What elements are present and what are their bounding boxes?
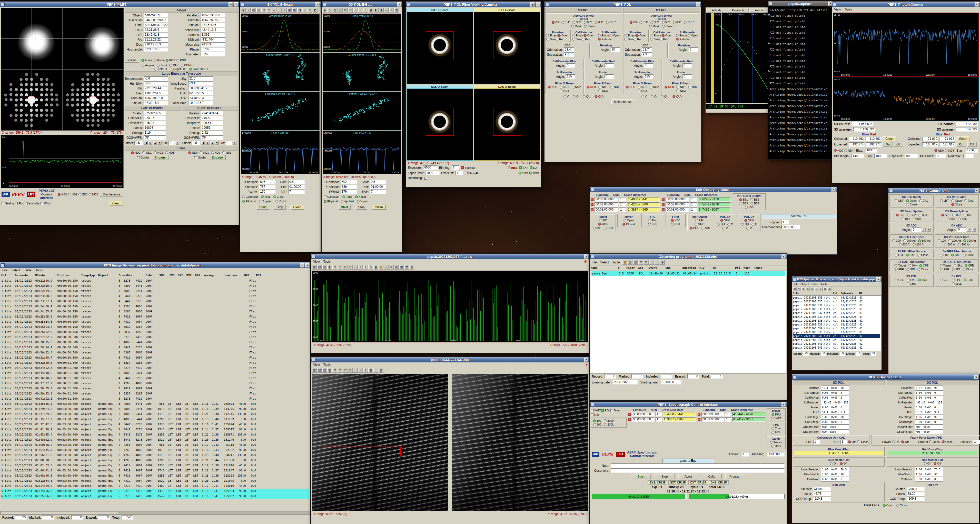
stokes-option[interactable]: V <box>641 95 647 98</box>
wheel-option[interactable]: Blue <box>650 38 659 41</box>
nd-filter-option[interactable]: ND1 <box>200 151 209 154</box>
toolbar-icon[interactable]: ⊞ <box>343 8 348 13</box>
fpe-option[interactable]: Thar <box>772 427 781 430</box>
cal-option[interactable]: Off <box>848 440 855 443</box>
control-option[interactable]: LBT <box>895 253 903 256</box>
pol-option[interactable]: V <box>722 226 728 229</box>
field-value[interactable]: 21.6 <box>188 76 213 81</box>
field-value[interactable]: 9.1 <box>564 52 574 57</box>
window-menu-icon[interactable] <box>322 3 326 6</box>
titlebar[interactable]: Observing programme 20231128.obs✕ <box>590 254 787 259</box>
table-row[interactable]: 3 fits 03/12/2023 01:50:08.2 00:03:00.00… <box>1 443 309 448</box>
field-value[interactable]: -131.464 <box>200 37 225 42</box>
toolbar-icon[interactable]: ⊟ <box>337 265 342 269</box>
include-checkbox[interactable] <box>662 208 665 211</box>
observers-value[interactable] <box>611 468 784 473</box>
table-row[interactable]: 4 fits 03/12/2023 02:12:54.1 00:03:00.00… <box>1 478 309 484</box>
toolbar-icon[interactable]: ⬒ <box>404 265 409 269</box>
master-flat-option[interactable]: Off <box>934 462 941 465</box>
field-value[interactable]: 19951 <box>201 126 223 130</box>
bin-value[interactable]: 2 <box>169 141 175 145</box>
menu-item[interactable]: Table <box>612 261 620 264</box>
titlebar[interactable]: PEPSI Control Unit✕ <box>888 188 980 193</box>
wheel-option[interactable]: Blue <box>546 38 555 41</box>
control-option[interactable]: 200 Ag <box>903 239 916 242</box>
table-row[interactable]: 1 fits 03/12/2023 00:30:32.4 00:00:00.50… <box>1 350 309 355</box>
field-value[interactable]: 98.283 <box>200 42 225 47</box>
crossdisp-select[interactable]: 5: 6278 - 7419 <box>698 197 731 202</box>
aperture-option[interactable]: 1.4″ <box>640 21 648 24</box>
toolbar-icon[interactable]: ◩ <box>313 8 318 13</box>
table-row[interactable]: pepsib.20231203.038.fits col 03/12/2023 … <box>793 319 880 323</box>
control-option[interactable]: B52 <box>907 213 916 217</box>
telemetry-checkbox[interactable]: Humidity <box>25 202 40 205</box>
control-option[interactable]: 200 Al <box>913 243 924 246</box>
control-option[interactable]: CFE <box>940 278 949 281</box>
toolbar-icon[interactable]: ◫ <box>338 8 343 13</box>
nd-filter-option[interactable]: ND2 <box>572 85 581 89</box>
exposure-value[interactable]: 4000 <box>423 166 438 170</box>
toolbar-icon[interactable]: ▣ <box>368 368 373 373</box>
telemetry-checkbox[interactable]: Seeing <box>2 202 14 205</box>
control-option[interactable]: 100 <box>938 239 946 242</box>
plot-mode-option[interactable]: Applied <box>259 200 272 203</box>
beam-splitter-option[interactable]: B54 <box>751 202 759 205</box>
plot-tab[interactable]: Parallactic <box>728 8 749 13</box>
table-row[interactable]: pepsib.20231203.036.fits col 03/12/2023 … <box>793 303 880 307</box>
guider-offset-plot[interactable]: Guider offset -0.8″/-0.1 <box>241 53 320 91</box>
toolbar-icon[interactable]: ▦ <box>312 265 317 269</box>
toolbar-icon[interactable]: ⊖ <box>810 287 814 291</box>
exposure-value[interactable]: 00:03:00.000 <box>665 207 689 212</box>
nd-filter-option[interactable]: ND2 <box>611 85 620 89</box>
control-option[interactable]: Sky <box>908 264 916 267</box>
toolbar-icon[interactable]: ⊞ <box>261 8 266 13</box>
toolbar-icon[interactable]: ▤ <box>317 265 322 269</box>
toolbar-icon[interactable]: ∿ <box>328 8 332 13</box>
control-option[interactable]: B55 <box>958 217 967 220</box>
field-value[interactable]: 02:30:12.6 <box>144 47 168 51</box>
arrow-down-icon[interactable]: ▼ <box>972 228 976 232</box>
arrow-right-icon[interactable]: ▶ <box>148 141 152 145</box>
horizontal-scrollbar[interactable] <box>0 511 310 514</box>
lapsetime-value[interactable]: 1000 <box>425 171 440 175</box>
field-value[interactable]: 787 <box>259 185 275 189</box>
include-checkbox[interactable] <box>628 413 631 416</box>
instrument-option[interactable]: SDI <box>702 226 710 229</box>
exposure-value[interactable]: 00:03:00.000 <box>665 197 689 202</box>
field-value[interactable]: 0 <box>566 63 575 68</box>
table-row[interactable]: 1 fits 03/12/2023 01:43:55.4 00:03:00.00… <box>1 432 309 437</box>
crossprofile-plot[interactable]: CrossProfile in XY 600004000020000 <box>323 14 401 52</box>
beam-splitter-option[interactable]: B51 <box>739 198 748 201</box>
table-row[interactable]: pepsib.20231203.040.fits col 03/12/2023 … <box>793 334 880 338</box>
pol-option[interactable]: QU <box>717 223 725 226</box>
pol-option[interactable]: QU <box>741 223 749 226</box>
fiber-quadrant-dxt[interactable] <box>474 12 540 84</box>
field-value[interactable]: 602 <box>340 180 357 184</box>
plot-mode-option[interactable]: Y plot <box>275 200 286 203</box>
stokes-option[interactable]: V <box>563 95 569 98</box>
guider-quadrant-4[interactable] <box>62 70 124 131</box>
control-option[interactable]: FPE <box>940 268 949 271</box>
wheel-option[interactable]: Empty <box>598 34 609 37</box>
showall-checkbox[interactable]: ShowAll <box>465 172 479 175</box>
toolbar-icon[interactable]: ⊟ <box>348 8 353 13</box>
aperture-option[interactable]: 13.1″ <box>684 21 694 24</box>
toolbar-icon[interactable]: ≡ <box>389 8 394 13</box>
wheel-option[interactable]: Open <box>636 34 646 37</box>
table-row[interactable]: 1 fits 03/12/2023 00:36:18.9 00:00:01.00… <box>1 376 309 381</box>
wheel-option[interactable]: Red <box>555 38 564 41</box>
toolbar-icon[interactable]: ▣ <box>369 8 374 13</box>
titlebar[interactable]: PEPSI Photon Counter✕ <box>832 2 980 7</box>
binning-value[interactable]: 6 <box>452 166 459 170</box>
close-icon[interactable]: ✕ <box>975 188 979 193</box>
window-menu-icon[interactable] <box>241 3 244 6</box>
clean-button[interactable]: Clean <box>956 136 970 141</box>
table-row[interactable]: 5 fits 03/12/2023 01:56:21.0 00:03:00.00… <box>1 453 309 458</box>
control-option[interactable]: B51 <box>941 213 950 217</box>
angle-value[interactable]: 0 <box>912 228 921 232</box>
nd-filter-option[interactable]: ND0 <box>548 85 557 89</box>
exposure-value[interactable]: 00:03:00.000 <box>595 202 618 207</box>
control-option[interactable]: FPE <box>907 278 916 281</box>
crossdisp-select[interactable]: 6: 7419 - 9067 <box>698 207 731 212</box>
aperture-option[interactable]: Closed <box>662 25 674 28</box>
